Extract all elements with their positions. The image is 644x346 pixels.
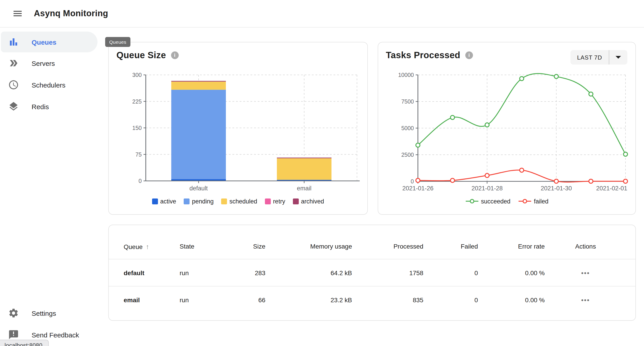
legend-label: retry (273, 198, 285, 205)
gear-icon (8, 308, 19, 319)
cell-size: 66 (220, 296, 265, 303)
date-range-caret-button[interactable] (609, 50, 627, 64)
sidebar-item-settings[interactable]: Settings (1, 303, 98, 324)
legend-label: scheduled (230, 198, 257, 205)
cell-failed: 0 (423, 296, 478, 303)
sort-ascending-icon: ↑ (146, 243, 149, 250)
clock-icon (8, 79, 19, 90)
tasks-processed-title: Tasks Processed i (386, 50, 473, 60)
sidebar-item-label: Send Feedback (32, 331, 79, 339)
svg-text:2021-01-30: 2021-01-30 (541, 185, 572, 192)
column-header-label: Actions (575, 243, 596, 250)
column-header-label: Processed (394, 243, 423, 250)
legend-label: archived (301, 198, 324, 205)
browser-status-bar: localhost:8080 (0, 340, 49, 346)
column-header-actions[interactable]: Actions (545, 243, 626, 250)
svg-text:0: 0 (411, 178, 414, 185)
legend-swatch (293, 198, 299, 204)
column-header-error-rate[interactable]: Error rate (478, 243, 545, 250)
cell-state: run (180, 269, 220, 276)
svg-text:10000: 10000 (398, 72, 414, 78)
tasks-processed-chart: 0250050007500100002021-01-262021-01-2820… (378, 68, 636, 196)
queues-tooltip: Queues (105, 37, 130, 47)
sidebar-item-servers[interactable]: Servers (1, 53, 98, 73)
table-row-email: emailrun6623.2 kB83500.00 %••• (109, 287, 636, 313)
column-header-failed[interactable]: Failed (423, 243, 478, 250)
svg-text:75: 75 (136, 151, 142, 158)
legend-label: succeeded (481, 198, 510, 205)
legend-item-retry: retry (265, 198, 285, 205)
cell-actions: ••• (545, 296, 626, 303)
sidebar-item-label: Schedulers (32, 81, 66, 89)
cell-memory-usage: 23.2 kB (265, 296, 352, 303)
cell-processed: 1758 (352, 269, 423, 276)
cell-queue[interactable]: email (124, 296, 180, 303)
legend-swatch (184, 198, 190, 204)
column-header-memory-usage[interactable]: Memory usage (265, 243, 352, 250)
svg-text:2021-02-01: 2021-02-01 (596, 185, 627, 192)
sidebar: Queues Servers Schedulers Redis Settings (0, 27, 103, 346)
sidebar-item-redis[interactable]: Redis (1, 96, 98, 117)
column-header-size[interactable]: Size (220, 243, 265, 250)
column-header-state[interactable]: State (180, 243, 220, 250)
cell-error-rate: 0.00 % (478, 269, 545, 276)
sidebar-item-label: Queues (32, 38, 56, 46)
legend-item-failed: failed (518, 198, 548, 205)
sidebar-item-label: Servers (32, 59, 55, 67)
svg-text:email: email (297, 185, 312, 192)
column-header-label: Queue (124, 243, 142, 250)
legend-item-pending: pending (184, 198, 214, 205)
legend-label: active (160, 198, 176, 205)
svg-text:2021-01-28: 2021-01-28 (472, 185, 503, 192)
info-icon[interactable]: i (465, 51, 473, 59)
svg-text:default: default (189, 185, 208, 192)
more-actions-icon[interactable]: ••• (581, 297, 590, 303)
legend-line-marker (518, 199, 532, 204)
cell-size: 283 (220, 269, 265, 276)
cell-failed: 0 (423, 269, 478, 276)
date-range-label[interactable]: LAST 7D (570, 50, 609, 64)
legend-item-active: active (152, 198, 176, 205)
table-body: defaultrun28364.2 kB175800.00 %•••emailr… (109, 259, 636, 313)
app-header: Asynq Monitoring (0, 0, 644, 27)
svg-text:7500: 7500 (401, 98, 414, 105)
layers-icon (8, 101, 19, 112)
column-header-label: Size (253, 243, 265, 250)
feedback-icon (8, 329, 19, 340)
svg-text:300: 300 (132, 72, 142, 78)
svg-text:5000: 5000 (401, 125, 414, 131)
sidebar-item-label: Settings (32, 309, 56, 317)
double-arrow-icon (8, 58, 19, 68)
cell-queue[interactable]: default (124, 269, 180, 276)
sidebar-item-queues[interactable]: Queues (1, 31, 98, 52)
info-icon[interactable]: i (171, 51, 179, 59)
legend-item-archived: archived (293, 198, 324, 205)
cell-processed: 835 (352, 296, 423, 303)
sidebar-item-schedulers[interactable]: Schedulers (1, 74, 98, 95)
asynq-monitoring-app: Asynq Monitoring Queues Servers Schedule… (0, 0, 644, 346)
queue-size-chart: defaultemail075150225300 (109, 68, 367, 196)
legend-item-scheduled: scheduled (221, 198, 257, 205)
cell-error-rate: 0.00 % (478, 296, 545, 303)
menu-icon[interactable] (12, 8, 23, 19)
svg-text:2500: 2500 (401, 152, 414, 158)
svg-text:2021-01-26: 2021-01-26 (402, 185, 434, 192)
legend-swatch (152, 198, 158, 204)
app-title: Asynq Monitoring (34, 0, 108, 27)
cell-memory-usage: 64.2 kB (265, 269, 352, 276)
svg-text:150: 150 (132, 125, 142, 131)
svg-text:0: 0 (138, 178, 142, 184)
legend-swatch (265, 198, 271, 204)
column-header-processed[interactable]: Processed (352, 243, 423, 250)
column-header-label: State (180, 243, 194, 250)
column-header-label: Memory usage (310, 243, 352, 250)
date-range-button[interactable]: LAST 7D (570, 50, 627, 64)
column-header-queue[interactable]: Queue↑ (124, 243, 180, 250)
chevron-down-icon (616, 56, 621, 59)
cell-actions: ••• (545, 269, 626, 276)
more-actions-icon[interactable]: ••• (581, 270, 590, 276)
table-header-row: Queue↑StateSizeMemory usageProcessedFail… (109, 225, 636, 259)
legend-label: pending (192, 198, 214, 205)
bar-chart-icon (8, 36, 19, 47)
table-row-default: defaultrun28364.2 kB175800.00 %••• (109, 259, 636, 287)
